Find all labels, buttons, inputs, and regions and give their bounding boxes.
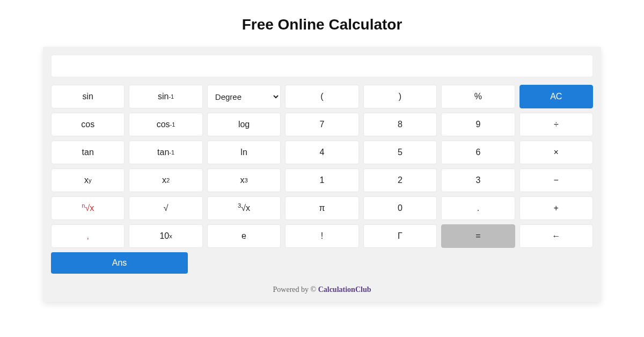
left-paren-button[interactable]: (: [285, 85, 358, 108]
digit-3-button-label: 3: [475, 175, 480, 185]
plus-button[interactable]: +: [519, 196, 593, 220]
digit-4-button[interactable]: 4: [285, 141, 358, 164]
backspace-button[interactable]: ←: [519, 224, 593, 248]
digit-2-button-label: 2: [398, 175, 402, 185]
pi-button-label: π: [319, 203, 325, 213]
factorial-button[interactable]: !: [285, 224, 358, 248]
footer-brand: CalculationClub: [318, 285, 371, 294]
percent-button[interactable]: %: [441, 85, 515, 108]
square-button[interactable]: x2: [129, 169, 202, 192]
page-title: Free Online Calculator: [242, 16, 402, 33]
divide-button-label: ÷: [554, 120, 559, 129]
digit-7-button-label: 7: [320, 120, 325, 129]
ln-button[interactable]: ln: [207, 141, 281, 164]
clear-button-label: AC: [550, 92, 562, 101]
decimal-button[interactable]: .: [441, 196, 515, 220]
cube-button[interactable]: x3: [207, 169, 281, 192]
digit-3-button[interactable]: 3: [441, 169, 515, 192]
equals-button[interactable]: =: [441, 224, 515, 248]
sin-button[interactable]: sin: [51, 85, 125, 108]
minus-button[interactable]: −: [519, 169, 593, 192]
digit-6-button[interactable]: 6: [441, 141, 515, 164]
digit-8-button[interactable]: 8: [363, 113, 437, 136]
digit-5-button[interactable]: 5: [363, 141, 437, 164]
digit-6-button-label: 6: [475, 148, 480, 157]
left-paren-button-label: (: [320, 92, 323, 101]
digit-0-button[interactable]: 0: [363, 196, 437, 220]
percent-button-label: %: [474, 92, 482, 101]
digit-1-button[interactable]: 1: [285, 169, 358, 192]
equals-button-label: =: [475, 231, 480, 241]
euler-button[interactable]: e: [207, 224, 281, 248]
sqrt-button[interactable]: √: [129, 196, 202, 220]
sqrt-button-label: √: [164, 203, 169, 213]
asin-button[interactable]: sin-1: [129, 85, 202, 108]
minus-button-label: −: [554, 175, 559, 185]
atan-button[interactable]: tan-1: [129, 141, 202, 164]
ten-power-button[interactable]: 10x: [129, 224, 202, 248]
factorial-button-label: !: [321, 231, 323, 241]
digit-9-button-label: 9: [475, 120, 480, 129]
sin-button-label: sin: [82, 92, 93, 101]
multiply-button-label: ×: [554, 148, 559, 157]
angle-mode-select[interactable]: DegreeRadian: [207, 85, 281, 108]
power-button[interactable]: xy: [51, 169, 125, 192]
digit-7-button[interactable]: 7: [285, 113, 358, 136]
footer-text: Powered by © CalculationClub: [51, 285, 593, 294]
decimal-button-label: .: [477, 203, 479, 213]
digit-4-button-label: 4: [320, 148, 325, 157]
log-button-label: log: [238, 120, 250, 129]
footer-prefix: Powered by ©: [273, 285, 318, 294]
multiply-button[interactable]: ×: [519, 141, 593, 164]
divide-button[interactable]: ÷: [519, 113, 593, 136]
comma-button-label: ,: [86, 231, 89, 241]
tan-button-label: tan: [82, 148, 94, 157]
ans-button[interactable]: Ans: [51, 252, 188, 274]
cos-button[interactable]: cos: [51, 113, 125, 136]
right-paren-button[interactable]: ): [363, 85, 437, 108]
digit-5-button-label: 5: [398, 148, 402, 157]
right-paren-button-label: ): [399, 92, 401, 101]
button-grid: sinsin-1DegreeRadian()%ACcoscos-1log789÷…: [51, 85, 593, 248]
ln-button-label: ln: [240, 148, 247, 157]
backspace-button-label: ←: [552, 231, 560, 241]
acos-button[interactable]: cos-1: [129, 113, 202, 136]
nth-root-button[interactable]: n√x: [51, 196, 125, 220]
clear-button[interactable]: AC: [519, 85, 593, 108]
digit-8-button-label: 8: [398, 120, 402, 129]
log-button[interactable]: log: [207, 113, 281, 136]
digit-2-button[interactable]: 2: [363, 169, 437, 192]
tan-button[interactable]: tan: [51, 141, 125, 164]
digit-0-button-label: 0: [398, 203, 402, 213]
plus-button-label: +: [554, 203, 559, 213]
gamma-button[interactable]: Γ: [363, 224, 437, 248]
comma-button[interactable]: ,: [51, 224, 125, 248]
pi-button[interactable]: π: [285, 196, 358, 220]
calculator-display[interactable]: [51, 55, 593, 77]
cos-button-label: cos: [81, 120, 94, 129]
digit-1-button-label: 1: [320, 175, 325, 185]
calculator-container: sinsin-1DegreeRadian()%ACcoscos-1log789÷…: [43, 47, 601, 302]
digit-9-button[interactable]: 9: [441, 113, 515, 136]
euler-button-label: e: [241, 231, 246, 241]
cube-root-button[interactable]: 3√x: [207, 196, 281, 220]
gamma-button-label: Γ: [398, 231, 402, 241]
